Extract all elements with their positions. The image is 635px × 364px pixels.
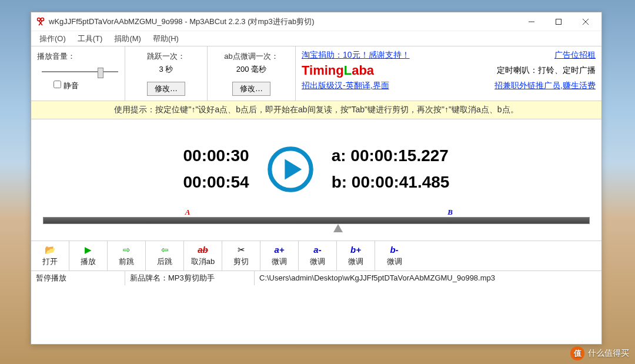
b-marker: B xyxy=(447,208,453,217)
brand-desc: 定时喇叭：打铃、定时广播 xyxy=(497,65,596,76)
jump-value: 3 秒 xyxy=(131,64,201,75)
usage-hint: 使用提示：按定位键"↑"设好a点、b点后，即开始在ab间复读，按"Tab"键进行… xyxy=(31,101,601,119)
svg-point-1 xyxy=(41,18,44,21)
jump-panel: 跳跃一次： 3 秒 修改… xyxy=(125,46,208,101)
a-plus-icon: a+ xyxy=(262,245,297,255)
mute-label: 静音 xyxy=(63,81,79,90)
b-label: b: xyxy=(332,173,347,191)
cancel-ab-button[interactable]: ab 取消ab xyxy=(184,241,222,271)
cancel-ab-icon: ab xyxy=(185,245,220,255)
mute-checkbox[interactable] xyxy=(54,81,61,88)
progress-area: A B xyxy=(31,208,601,230)
main-display: 00:00:30 00:00:54 a: 00:00:15.227 b: 00:… xyxy=(31,119,601,208)
titlebar: wKgJJFf5ptDTaVorAAbMZGMU_9o998 - Mp3ABCu… xyxy=(31,12,601,31)
a-marker: A xyxy=(185,208,190,217)
svg-point-0 xyxy=(38,18,41,21)
svg-marker-5 xyxy=(285,159,302,179)
close-button[interactable] xyxy=(572,14,599,30)
cut-button[interactable]: ✂ 剪切 xyxy=(222,241,260,271)
svg-rect-3 xyxy=(556,19,562,24)
folder-open-icon: 📂 xyxy=(32,245,68,255)
volume-panel: 播放音量： 静音 xyxy=(31,46,125,101)
b-plus-icon: b+ xyxy=(338,245,373,255)
app-icon xyxy=(36,17,45,26)
ad-promote-link[interactable]: 招兼职外链推广员,赚生活费 xyxy=(494,81,596,91)
toolbar: 📂 打开 ▶ 播放 ⇨ 前跳 ⇦ 后跳 ab 取消ab ✂ 剪切 a+ 微调 a… xyxy=(31,241,601,271)
brand-logo: TimingLaba xyxy=(302,63,374,78)
jump-label: 跳跃一次： xyxy=(131,51,201,62)
arrow-left-icon: ⇦ xyxy=(147,245,182,255)
jump-modify-button[interactable]: 修改… xyxy=(147,82,185,96)
settings-row: 播放音量： 静音 跳跃一次： 3 秒 修改… ab点微调一次： 200 毫秒 修… xyxy=(31,46,601,101)
watermark-text: 什么值得买 xyxy=(588,348,629,359)
time-stack: 00:00:30 00:00:54 xyxy=(183,143,249,196)
maximize-button[interactable] xyxy=(545,14,572,30)
menubar: 操作(O) 工具(T) 捐助(M) 帮助(H) xyxy=(31,31,601,46)
progress-thumb[interactable] xyxy=(333,224,343,232)
back-jump-button[interactable]: ⇦ 后跳 xyxy=(146,241,184,271)
minimize-button[interactable] xyxy=(518,14,545,30)
status-state: 暂停播放 xyxy=(31,271,125,285)
a-plus-button[interactable]: a+ 微调 xyxy=(260,241,299,271)
fine-label: ab点微调一次： xyxy=(213,51,289,62)
ad-slot-link[interactable]: 广告位招租 xyxy=(554,50,596,61)
menu-operate[interactable]: 操作(O) xyxy=(34,31,72,46)
fine-panel: ab点微调一次： 200 毫秒 修改… xyxy=(208,46,296,101)
menu-tools[interactable]: 工具(T) xyxy=(72,31,109,46)
total-time: 00:00:54 xyxy=(183,169,249,196)
fine-value: 200 毫秒 xyxy=(213,64,289,75)
app-window: wKgJJFf5ptDTaVorAAbMZGMU_9o998 - Mp3ABCu… xyxy=(31,12,602,345)
watermark-icon: 值 xyxy=(570,346,584,360)
status-brand: 新品牌名：MP3剪切助手 xyxy=(125,271,255,285)
arrow-right-icon: ⇨ xyxy=(109,245,144,255)
statusbar: 暂停播放 新品牌名：MP3剪切助手 C:\Users\admin\Desktop… xyxy=(31,271,601,285)
b-minus-icon: b- xyxy=(376,245,412,255)
forward-jump-button[interactable]: ⇨ 前跳 xyxy=(108,241,146,271)
b-minus-button[interactable]: b- 微调 xyxy=(375,241,413,271)
fine-modify-button[interactable]: 修改… xyxy=(232,82,270,96)
a-minus-button[interactable]: a- 微调 xyxy=(299,241,337,271)
play-tb-button[interactable]: ▶ 播放 xyxy=(69,241,108,271)
play-icon: ▶ xyxy=(71,245,106,255)
status-path: C:\Users\admin\Desktop\wKgJJFf5ptDTaVorA… xyxy=(255,271,601,285)
scissors-icon: ✂ xyxy=(223,245,259,255)
a-time: 00:00:15.227 xyxy=(350,146,449,165)
menu-help[interactable]: 帮助(H) xyxy=(147,31,185,46)
a-minus-icon: a- xyxy=(300,245,335,255)
volume-slider[interactable] xyxy=(42,66,118,77)
ab-stack: a: 00:00:15.227 b: 00:00:41.485 xyxy=(332,143,450,196)
a-label: a: xyxy=(332,146,346,165)
ads-panel: 淘宝捐助：10元！感谢支持！ 广告位招租 TimingLaba 定时喇叭：打铃、… xyxy=(296,46,601,101)
watermark: 值 什么值得买 xyxy=(570,346,629,360)
window-title: wKgJJFf5ptDTaVorAAbMZGMU_9o998 - Mp3ABCu… xyxy=(49,16,518,27)
current-time: 00:00:30 xyxy=(183,143,249,169)
b-time: 00:00:41.485 xyxy=(352,173,450,191)
progress-bar[interactable] xyxy=(43,217,590,224)
play-button[interactable] xyxy=(267,146,314,193)
ad-donate-link[interactable]: 淘宝捐助：10元！感谢支持！ xyxy=(302,50,410,61)
b-plus-button[interactable]: b+ 微调 xyxy=(337,241,375,271)
menu-donate[interactable]: 捐助(M) xyxy=(108,31,147,46)
volume-label: 播放音量： xyxy=(37,51,119,62)
open-button[interactable]: 📂 打开 xyxy=(31,241,69,271)
ad-translate-link[interactable]: 招出版级汉-英翻译,界面 xyxy=(302,81,389,91)
